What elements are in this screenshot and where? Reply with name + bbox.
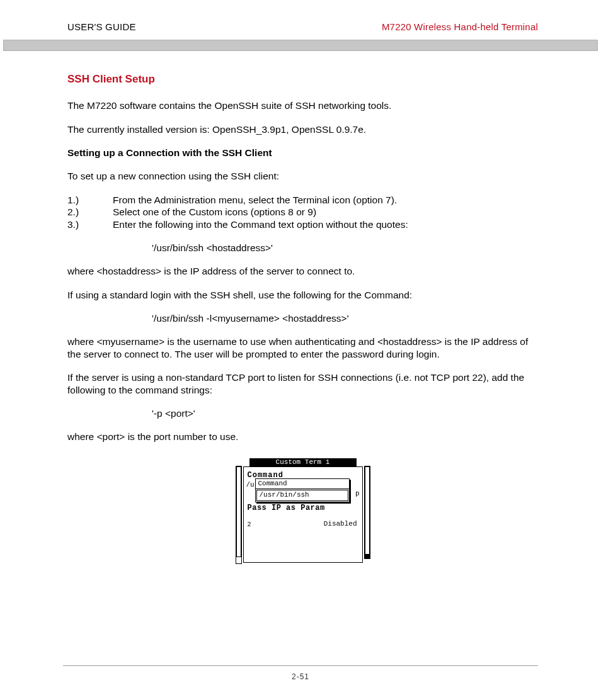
header-divider-bar [3, 40, 598, 51]
paragraph: If the server is using a non-standard TC… [67, 371, 538, 396]
command-example: '/usr/bin/ssh <hostaddress>' [67, 242, 538, 254]
device-pass-ip-label: Pass IP as Param [248, 504, 325, 513]
subsection-heading: Setting up a Connection with the SSH Cli… [67, 147, 538, 159]
header-product-label: M7220 Wireless Hand-held Terminal [382, 21, 538, 32]
page-number: 2-51 [0, 672, 601, 681]
paragraph: The currently installed version is: Open… [67, 123, 538, 135]
paragraph: where <hostaddress> is the IP address of… [67, 265, 538, 277]
document-page: USER'S GUIDE M7220 Wireless Hand-held Te… [0, 0, 601, 700]
command-example: '-p <port>' [67, 407, 538, 419]
page-header: USER'S GUIDE M7220 Wireless Hand-held Te… [0, 0, 601, 40]
device-disabled-label: Disabled [324, 520, 357, 529]
device-right-rail [364, 466, 370, 559]
device-bg-text-left: /u [246, 481, 255, 490]
step-text: Select one of the Custom icons (options … [113, 206, 316, 218]
paragraph: To set up a new connection using the SSH… [67, 170, 538, 182]
section-title: SSH Client Setup [67, 72, 538, 86]
list-item: 2.) Select one of the Custom icons (opti… [67, 206, 538, 218]
list-item: 1.) From the Administration menu, select… [67, 194, 538, 206]
paragraph: If using a standard login with the SSH s… [67, 289, 538, 301]
paragraph: The M7220 software contains the OpenSSH … [67, 99, 538, 111]
device-bg-text-right: p [355, 490, 360, 499]
step-text: From the Administration menu, select the… [113, 194, 397, 206]
step-list: 1.) From the Administration menu, select… [67, 194, 538, 230]
device-popup-value: /usr/bin/ssh [256, 490, 348, 501]
content-area: SSH Client Setup The M7220 software cont… [0, 51, 601, 565]
command-example: '/usr/bin/ssh -l<myusername> <hostaddres… [67, 312, 538, 324]
paragraph: where <port> is the port number to use. [67, 431, 538, 443]
step-number: 3.) [67, 218, 113, 230]
device-index-number: 2 [248, 521, 251, 529]
device-screen: Command /u p Command /usr/bin/ssh Pass I… [243, 466, 363, 563]
device-screenshot: Custom Term 1 Command /u p Command /usr/… [232, 457, 374, 565]
paragraph: where <myusername> is the username to us… [67, 336, 538, 360]
header-guide-label: USER'S GUIDE [67, 21, 136, 32]
device-left-rail [236, 466, 242, 559]
device-popup: Command /usr/bin/ssh [255, 478, 350, 503]
list-item: 3.) Enter the following into the Command… [67, 218, 538, 230]
step-number: 2.) [67, 206, 113, 218]
device-popup-label: Command [256, 479, 349, 490]
device-titlebar: Custom Term 1 [249, 458, 357, 466]
step-number: 1.) [67, 194, 113, 206]
figure-container: Custom Term 1 Command /u p Command /usr/… [67, 457, 538, 565]
footer-divider [63, 665, 538, 666]
step-text: Enter the following into the Command tex… [113, 218, 408, 230]
